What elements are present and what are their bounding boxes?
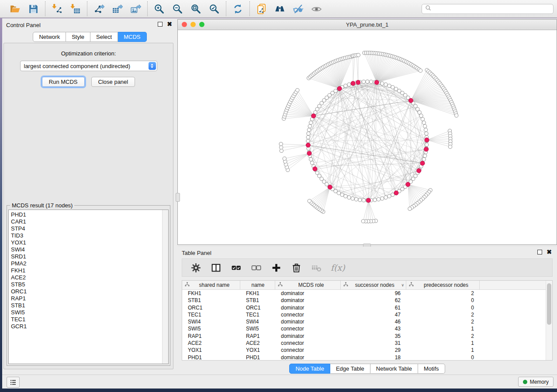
mcds-result-item[interactable]: FKH1 xyxy=(11,267,168,274)
run-mcds-button[interactable]: Run MCDS xyxy=(42,77,85,87)
mcds-result-item[interactable]: STB5 xyxy=(11,281,168,288)
mcds-hub-node[interactable] xyxy=(425,138,429,142)
show-details-icon[interactable] xyxy=(311,3,322,15)
table-row[interactable]: PHD1PHD1dominator180 xyxy=(182,354,552,361)
network-node[interactable] xyxy=(354,197,358,201)
mcds-result-item[interactable]: PMA2 xyxy=(11,260,168,267)
mcds-result-item[interactable]: GCR1 xyxy=(11,323,168,330)
network-leaf-node[interactable] xyxy=(279,146,283,149)
table-row[interactable]: FKH1FKH1dominator962 xyxy=(182,290,552,297)
import-table-icon[interactable] xyxy=(69,3,81,15)
tab-node-table[interactable]: Node Table xyxy=(289,364,330,374)
mcds-hub-node[interactable] xyxy=(408,98,413,103)
network-node[interactable] xyxy=(425,143,429,146)
tab-network-table[interactable]: Network Table xyxy=(370,364,418,374)
mcds-result-list[interactable]: PHD1CAR1STP4TID3YOX1SWI4SRD1PMA2FKH1ACE2… xyxy=(8,210,169,364)
column-header-predecessor-nodes[interactable]: predecessor nodes xyxy=(406,281,480,289)
network-leaf-node[interactable] xyxy=(419,69,422,72)
refresh-icon[interactable] xyxy=(232,3,244,15)
network-leaf-node[interactable] xyxy=(308,199,311,203)
network-node[interactable] xyxy=(340,193,344,196)
table-row[interactable]: SWI5SWI5connector431 xyxy=(182,325,552,332)
mcds-result-item[interactable]: STP4 xyxy=(11,225,168,232)
table-row[interactable]: YOX1YOX1connector291 xyxy=(182,347,552,354)
column-header-name[interactable]: name xyxy=(240,281,275,289)
mcds-hub-node[interactable] xyxy=(307,151,311,155)
mcds-result-item[interactable]: PHD1 xyxy=(11,211,168,218)
network-node[interactable] xyxy=(391,86,394,89)
table-row[interactable]: TEC1TEC1connector472 xyxy=(182,311,552,318)
mcds-hub-node[interactable] xyxy=(311,114,316,118)
memory-button[interactable]: Memory xyxy=(518,377,554,387)
network-node[interactable] xyxy=(384,196,387,199)
import-network-icon[interactable] xyxy=(51,3,63,15)
search-input[interactable] xyxy=(434,5,550,13)
close-panel-icon[interactable]: ✖ xyxy=(167,22,172,27)
mcds-result-scrollbar[interactable] xyxy=(162,210,168,364)
mcds-result-item[interactable]: STB1 xyxy=(11,302,168,309)
table-scrollbar[interactable] xyxy=(546,281,552,360)
network-leaf-node[interactable] xyxy=(448,145,452,148)
network-node[interactable] xyxy=(337,191,340,195)
network-node[interactable] xyxy=(306,139,310,143)
network-node[interactable] xyxy=(387,194,391,198)
maximize-window-light[interactable] xyxy=(199,22,204,27)
network-node[interactable] xyxy=(344,194,347,198)
table-row[interactable]: SWI4SWI4dominator462 xyxy=(182,318,552,325)
mcds-hub-node[interactable] xyxy=(394,191,398,195)
network-node[interactable] xyxy=(381,82,384,85)
network-leaf-node[interactable] xyxy=(356,53,360,57)
mcds-result-item[interactable]: YOX1 xyxy=(11,239,168,246)
network-node[interactable] xyxy=(422,121,426,124)
network-node[interactable] xyxy=(414,104,417,108)
export-network-icon[interactable] xyxy=(93,3,105,15)
export-table-icon[interactable] xyxy=(111,3,123,15)
mcds-hub-node[interactable] xyxy=(351,81,355,86)
mcds-hub-node[interactable] xyxy=(356,80,360,85)
minimize-window-light[interactable] xyxy=(190,22,196,27)
network-node[interactable] xyxy=(308,124,311,128)
tab-edge-table[interactable]: Edge Table xyxy=(330,364,370,374)
network-node[interactable] xyxy=(306,135,310,139)
table-row[interactable]: ORC1ORC1dominator610 xyxy=(182,304,552,311)
optimization-criterion-select[interactable]: largest connected component (undirected) xyxy=(20,61,157,71)
network-node[interactable] xyxy=(373,198,377,202)
network-node[interactable] xyxy=(416,107,419,111)
mcds-hub-node[interactable] xyxy=(374,80,379,85)
network-node[interactable] xyxy=(423,154,427,158)
network-node[interactable] xyxy=(331,91,334,95)
table-scrollbar-thumb[interactable] xyxy=(547,283,551,325)
mcds-result-item[interactable]: RAP1 xyxy=(11,295,168,302)
deselect-all-icon[interactable] xyxy=(250,262,262,273)
network-node[interactable] xyxy=(344,84,347,87)
network-node[interactable] xyxy=(362,199,365,202)
vertical-splitter-handle[interactable] xyxy=(176,193,180,202)
network-node[interactable] xyxy=(351,197,354,200)
network-node[interactable] xyxy=(309,121,313,124)
network-node[interactable] xyxy=(377,197,380,201)
column-header-shared-name[interactable]: shared name xyxy=(182,281,240,289)
network-leaf-node[interactable] xyxy=(283,157,286,160)
network-leaf-node[interactable] xyxy=(455,113,458,117)
settings-icon[interactable] xyxy=(190,262,201,273)
network-node[interactable] xyxy=(362,80,365,83)
network-node[interactable] xyxy=(315,107,319,111)
save-icon[interactable] xyxy=(28,3,39,15)
select-all-icon[interactable] xyxy=(230,262,242,273)
tab-motifs[interactable]: Motifs xyxy=(418,364,445,374)
network-node[interactable] xyxy=(310,161,314,165)
mcds-hub-node[interactable] xyxy=(420,161,425,165)
mcds-hub-node[interactable] xyxy=(337,86,342,91)
zoom-selected-icon[interactable] xyxy=(208,3,220,15)
mcds-hub-node[interactable] xyxy=(366,198,370,203)
network-node[interactable] xyxy=(421,117,424,121)
network-node[interactable] xyxy=(394,87,398,91)
network-node[interactable] xyxy=(334,189,337,193)
network-node[interactable] xyxy=(315,171,319,175)
network-node[interactable] xyxy=(347,83,351,86)
network-node[interactable] xyxy=(334,89,337,93)
network-node[interactable] xyxy=(401,187,404,191)
network-leaf-node[interactable] xyxy=(280,149,283,152)
table-row[interactable]: ACE2ACE2connector311 xyxy=(182,340,552,347)
network-leaf-node[interactable] xyxy=(361,220,365,223)
